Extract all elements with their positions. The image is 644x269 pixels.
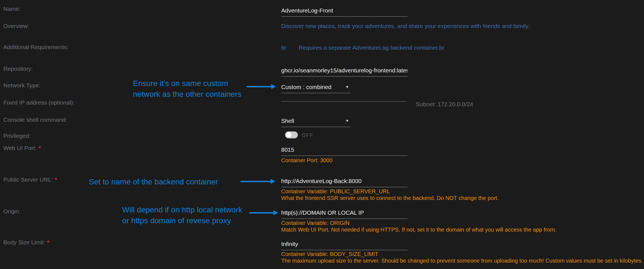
public-server-url-label: Public Server URL:* bbox=[3, 176, 57, 183]
annotation-network-note: Ensure it's on same custom network as th… bbox=[133, 78, 242, 100]
annotation-network-line2: network as the other containers bbox=[133, 89, 242, 100]
origin-description-helper: Match Web UI Port. Not needed if using H… bbox=[281, 227, 556, 233]
console-shell-select[interactable]: Shell ▼ bbox=[281, 118, 351, 127]
required-asterisk: * bbox=[47, 239, 49, 245]
repository-field-label: Repository: bbox=[3, 65, 33, 72]
origin-label: Origin: bbox=[3, 208, 21, 215]
arrow-right-icon bbox=[240, 181, 271, 182]
web-ui-port-input[interactable]: 8015 bbox=[281, 146, 407, 156]
toggle-knob-icon bbox=[286, 132, 291, 138]
subnet-note: Subnet: 172.20.0.0/24 bbox=[416, 101, 473, 108]
web-ui-port-label-text: Web UI Port: bbox=[3, 145, 37, 151]
required-asterisk: * bbox=[55, 177, 57, 183]
network-type-select[interactable]: Custom : combined ▼ bbox=[281, 84, 351, 93]
console-shell-selected-value: Shell bbox=[281, 118, 294, 124]
privileged-toggle-state: OFF bbox=[302, 133, 313, 138]
network-type-label: Network Type: bbox=[3, 82, 41, 89]
origin-input[interactable]: http(s)://DOMAIN OR LOCAL IP bbox=[281, 209, 407, 219]
web-ui-port-label: Web UI Port:* bbox=[3, 145, 41, 151]
additional-requirements-label: Additional Requirements: bbox=[3, 44, 69, 50]
public-server-url-input[interactable]: http://AdventureLog-Back:8000 bbox=[281, 178, 407, 187]
public-server-url-description-helper: What the frontend SSR server uses to con… bbox=[281, 195, 499, 201]
body-size-limit-variable-helper: Container Variable: BODY_SIZE_LIMIT bbox=[281, 251, 378, 257]
chevron-down-icon: ▼ bbox=[345, 118, 349, 124]
arrow-right-icon bbox=[249, 212, 274, 214]
fixed-ip-input[interactable] bbox=[281, 99, 406, 101]
origin-variable-helper: Container Variable: ORIGIN bbox=[281, 220, 349, 226]
body-size-limit-input[interactable]: Infinity bbox=[281, 241, 407, 250]
additional-requirements-prefix: br bbox=[281, 44, 286, 51]
additional-requirements-value: Requires a separate AdventureLog backend… bbox=[299, 44, 444, 51]
body-size-limit-label-text: Body Size Limit: bbox=[3, 239, 45, 245]
repository-input[interactable]: ghcr.io/seanmorley15/adventurelog-fronte… bbox=[281, 67, 407, 77]
fixed-ip-label: Fixed IP address (optional): bbox=[3, 99, 74, 106]
annotation-backend-note: Set to name of the backend container bbox=[89, 176, 218, 187]
privileged-toggle[interactable] bbox=[285, 131, 298, 138]
overview-field-label: Overview: bbox=[3, 23, 29, 29]
arrow-right-icon bbox=[246, 86, 271, 87]
network-type-selected-value: Custom : combined bbox=[281, 84, 331, 90]
additional-requirements-text: brRequires a separate AdventureLog backe… bbox=[281, 44, 444, 51]
annotation-origin-line2: or https domain of revese proxy bbox=[122, 215, 242, 226]
annotation-backend-line1: Set to name of the backend container bbox=[89, 176, 218, 187]
privileged-label: Privileged: bbox=[3, 133, 31, 139]
body-size-limit-label: Body Size Limit:* bbox=[3, 239, 49, 246]
annotation-origin-line1: Will depend if on http local network bbox=[122, 204, 242, 215]
chevron-down-icon: ▼ bbox=[345, 84, 349, 90]
body-size-limit-description-helper: The maximum upload size to the server. S… bbox=[281, 258, 643, 264]
container-port-helper: Container Port: 3000 bbox=[281, 157, 333, 164]
overview-text: Discover new places, track your adventur… bbox=[281, 23, 530, 29]
name-input[interactable]: AdventureLog-Front bbox=[281, 7, 407, 17]
required-asterisk: * bbox=[39, 145, 41, 151]
annotation-network-line1: Ensure it's on same custom bbox=[133, 78, 242, 89]
public-server-url-variable-helper: Container Variable: PUBLIC_SERVER_URL bbox=[281, 188, 390, 195]
console-shell-label: Console shell command: bbox=[3, 116, 67, 123]
name-field-label: Name: bbox=[3, 6, 21, 12]
public-server-url-label-text: Public Server URL: bbox=[3, 176, 53, 183]
annotation-origin-note: Will depend if on http local network or … bbox=[122, 204, 242, 226]
